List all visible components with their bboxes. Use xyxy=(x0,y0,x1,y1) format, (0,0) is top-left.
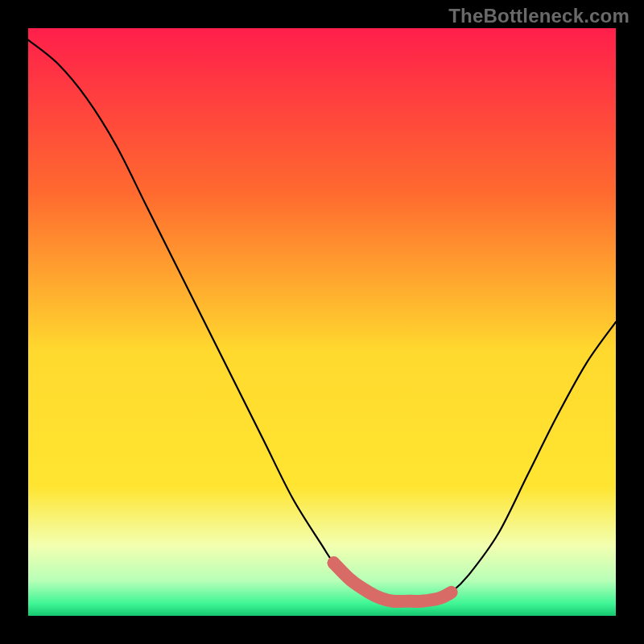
highlight-dot xyxy=(345,574,358,587)
bottleneck-chart xyxy=(28,28,616,616)
gradient-background xyxy=(28,28,616,616)
plot-area xyxy=(28,28,616,616)
highlight-dot xyxy=(328,556,341,569)
chart-frame: TheBottleneck.com xyxy=(0,0,644,644)
watermark-text: TheBottleneck.com xyxy=(448,5,630,27)
